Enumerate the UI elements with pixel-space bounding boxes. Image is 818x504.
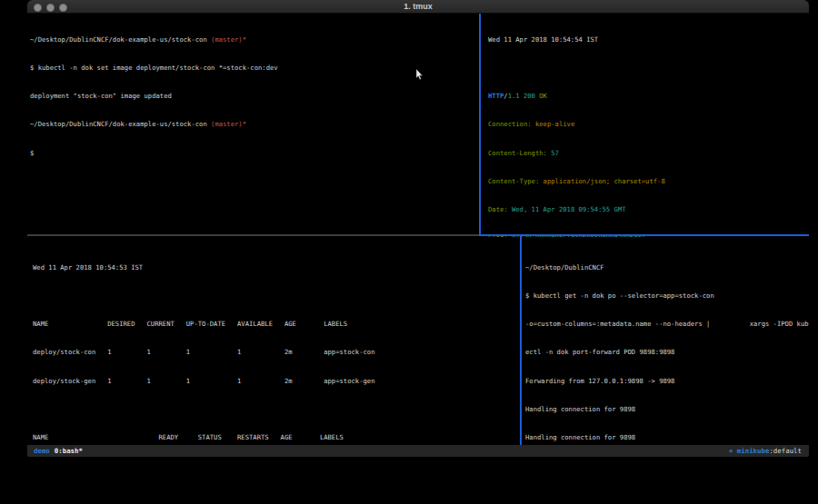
prompt-path: ~/Desktop/DublinCNCF/dok-example-us/stoc… [30,120,211,128]
kube-status: ⎈ minikube:default [729,447,802,455]
pane-top-right-http[interactable]: Wed 11 Apr 2018 10:54:54 IST HTTP/1.1 20… [483,14,809,237]
zoom-button[interactable] [59,4,67,12]
table-row: deploy/stock-gen 1 1 1 1 2m app=stock-ge… [33,377,525,386]
header-value: application/json; charset=utf-8 [544,177,665,185]
blank-line [33,405,525,414]
timestamp: Wed 11 Apr 2018 10:54:54 IST [488,35,809,44]
kube-namespace: :default [769,447,802,455]
terminal-line: Handling connection for 9898 [525,433,809,442]
pane-bottom-left-kubectl-get[interactable]: Wed 11 Apr 2018 10:54:53 IST NAME DESIRE… [27,237,525,452]
table-header: NAME DESIRED CURRENT UP-TO-DATE AVAILABL… [33,320,525,329]
terminal-line: Forwarding from 127.0.0.1:9898 -> 9898 [525,377,809,386]
pane-bottom-right-port-forward[interactable]: ~/Desktop/DublinCNCF $ kubectl get -n do… [523,237,809,452]
kube-context: minikube [737,447,770,455]
git-dirty-flag: * [243,35,246,44]
header-value: Wed, 11 Apr 2018 09:54:55 GMT [512,205,626,213]
tmux-session-name: demo [34,447,50,455]
prompt-path: ~/Desktop/DublinCNCF/dok-example-us/stoc… [30,35,211,44]
prompt-path: ~/Desktop/DublinCNCF [525,263,809,272]
table-header: NAME READY STATUS RESTARTS AGE LABELS [33,433,525,442]
git-dirty-flag: * [243,120,246,128]
header-name: Connection: [488,120,535,128]
pane-divider-vertical-bottom[interactable] [520,236,522,445]
http-keyword: HTTP [488,92,504,100]
traffic-lights [34,4,67,12]
blank-line [33,292,525,301]
timestamp: Wed 11 Apr 2018 10:54:53 IST [33,263,525,272]
http-version-code: 1.1 200 [508,92,540,100]
git-branch: (master) [211,35,243,44]
http-status-line: HTTP/1.1 200 OK [488,92,809,101]
http-header: Connection: keep-alive [488,120,809,129]
header-name: Content-Length: [488,149,551,157]
header-value: keep-alive [535,120,574,128]
table-row: deploy/stock-con 1 1 1 1 2m app=stock-co… [33,348,525,357]
terminal-line: $ kubectl -n dok set image deployment/st… [30,64,482,73]
terminal-line: -o=custom-columns=:metadata.name --no-he… [525,320,809,329]
tmux-window-name[interactable]: 0:bash* [55,447,83,455]
git-branch: (master) [211,120,243,128]
http-header: Date: Wed, 11 Apr 2018 09:54:55 GMT [488,205,809,214]
header-name: Content-Type: [488,177,544,185]
pane-divider-horizontal-active[interactable] [479,234,809,236]
blank-line [488,64,809,73]
close-button[interactable] [34,4,42,12]
header-name: Date: [488,205,512,213]
terminal-line: ectl -n dok port-forward POD 9898:9898 [525,348,809,357]
window-titlebar[interactable]: 1. tmux [27,0,809,14]
window-title: 1. tmux [27,0,809,13]
terminal-line: $ kubectl get -n dok po --selector=app=s… [525,292,809,301]
minimize-button[interactable] [46,4,55,12]
pane-divider-horizontal-inactive[interactable] [27,234,479,236]
mouse-pointer-icon [415,69,424,81]
pane-divider-vertical-top[interactable] [479,14,481,235]
helm-wheel-icon: ⎈ [729,447,737,455]
terminal-line: $ [30,149,482,158]
terminal-line: ~/Desktop/DublinCNCF/dok-example-us/stoc… [30,35,482,44]
terminal-line: deployment "stock-con" image updated [30,92,482,101]
http-reason: OK [539,92,547,100]
tmux-status-bar: demo 0:bash* ⎈ minikube:default [27,445,809,457]
terminal-line: Handling connection for 9898 [525,405,809,414]
header-value: 57 [551,149,559,157]
http-header: Content-Type: application/json; charset=… [488,177,809,186]
pane-top-left-shell[interactable]: ~/Desktop/DublinCNCF/dok-example-us/stoc… [27,14,482,237]
http-header: Content-Length: 57 [488,149,809,158]
terminal-line: ~/Desktop/DublinCNCF/dok-example-us/stoc… [30,120,482,129]
